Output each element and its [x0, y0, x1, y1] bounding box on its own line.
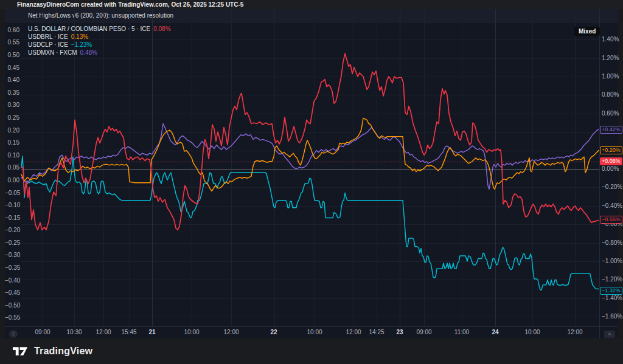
series-line-usdclp [21, 156, 599, 290]
left-axis-label: 0.45 [5, 64, 19, 71]
left-axis-label: −0.15 [5, 215, 19, 221]
right-axis-label: 0.60% [602, 110, 619, 117]
right-axis-label: 1.00% [602, 73, 619, 80]
left-axis-label: −0.35 [5, 264, 19, 271]
left-axis-label: −0.05 [5, 190, 19, 196]
left-axis-label: −0.55 [5, 314, 19, 321]
left-axis-label: 0.00 [5, 177, 19, 184]
left-axis-label: 0.30 [5, 101, 19, 108]
time-axis-label: 10:00 [517, 329, 548, 335]
price-badge: +0.42% [600, 126, 622, 134]
legend-symbol-name: USDBRL · ICE [28, 33, 68, 40]
legend-symbol-name: U.S. DOLLAR / COLOMBIAN PESO · 5 · ICE [28, 26, 150, 32]
right-axis-label: −1.00% [602, 258, 622, 264]
plot-area[interactable] [5, 9, 618, 338]
right-axis-label: 1.20% [602, 55, 619, 61]
tradingview-logo-icon[interactable] [12, 345, 29, 357]
right-axis-label: −0.20% [602, 184, 622, 190]
time-axis-label: 12:00 [560, 329, 590, 335]
legend-item-3[interactable]: USDMXN · FXCM0.48% [28, 49, 171, 57]
legend-item-2[interactable]: USDCLP · ICE−1.23% [28, 41, 171, 49]
right-axis-label: −1.20% [602, 276, 622, 283]
left-axis-label: −0.50 [5, 302, 19, 309]
time-axis-label: 10:30 [59, 329, 89, 335]
time-axis-label: 09:00 [409, 329, 439, 335]
legend-symbol-name: USDMXN · FXCM [28, 49, 77, 56]
attribution-bar: FinanzasyDineroCom created with TradingV… [0, 0, 623, 9]
attribution-text: FinanzasyDineroCom created with TradingV… [17, 1, 243, 8]
left-axis-label: 0.35 [5, 89, 19, 96]
footer-bar: TradingView [0, 338, 623, 364]
left-axis-label: 0.20 [5, 127, 19, 134]
price-badge: +0.20% [600, 146, 622, 154]
series-line-usdmxn [21, 124, 599, 190]
right-axis-label: −0.80% [602, 239, 622, 246]
time-axis-label: 12:00 [216, 329, 246, 335]
left-axis-label: −0.40 [5, 277, 19, 284]
series-line-us [21, 53, 599, 230]
legend-item-1[interactable]: USDBRL · ICE0.13% [28, 33, 171, 41]
legend-change-value: 0.13% [71, 33, 88, 40]
left-axis-label: 0.05 [5, 164, 19, 171]
left-axis-label: 0.25 [5, 114, 19, 121]
left-axis-label: 0.40 [5, 77, 19, 83]
legend-change-value: −1.23% [71, 41, 92, 48]
legend-change-value: 0.08% [153, 26, 170, 32]
market-status-badge: Mixed [574, 27, 600, 36]
left-axis-label: 0.60 [5, 27, 19, 33]
legend-change-value: 0.48% [80, 49, 97, 56]
left-axis-label: −0.20 [5, 227, 19, 233]
left-axis-label: 0.10 [5, 152, 19, 159]
right-axis-label: −0.40% [602, 202, 622, 209]
price-badge: −0.55% [600, 216, 622, 224]
legend: U.S. DOLLAR / COLOMBIAN PESO · 5 · ICE0.… [28, 25, 171, 57]
time-axis-label: 21 [137, 329, 167, 335]
right-axis-label: 0.80% [602, 91, 619, 98]
auto-scale-button[interactable]: A [604, 331, 615, 338]
left-scale-mode-icon[interactable]: Z [9, 330, 18, 338]
time-axis-label: 24 [480, 329, 510, 335]
chart-svg [5, 9, 618, 338]
time-axis-label: 09:00 [27, 329, 58, 335]
left-axis-label: −0.25 [5, 239, 19, 246]
right-axis-label: 0.00% [602, 165, 619, 172]
time-axis-label: 10:00 [176, 329, 207, 335]
left-axis-label: 0.55 [5, 39, 19, 46]
legend-symbol-name: USDCLP · ICE [28, 41, 68, 48]
time-axis-label: 10:00 [299, 329, 330, 335]
left-axis-label: 0.50 [5, 52, 19, 58]
price-badge: −1.32% [600, 287, 622, 295]
left-axis-label: 0.15 [5, 139, 19, 146]
time-axis-label: 22 [259, 329, 289, 335]
right-axis-label: −1.60% [602, 313, 622, 320]
left-axis-label: −0.30 [5, 252, 19, 258]
legend-item-0[interactable]: U.S. DOLLAR / COLOMBIAN PESO · 5 · ICE0.… [28, 25, 171, 33]
right-axis-label: 1.40% [602, 36, 619, 43]
price-badge: +0.08% [600, 157, 622, 165]
left-axis-label: −0.45 [5, 289, 19, 296]
left-axis-label: −0.10 [5, 202, 19, 208]
right-axis-label: −1.40% [602, 295, 622, 301]
tradingview-brand-link[interactable]: TradingView [34, 346, 92, 357]
time-axis-label: 11:00 [447, 329, 477, 335]
